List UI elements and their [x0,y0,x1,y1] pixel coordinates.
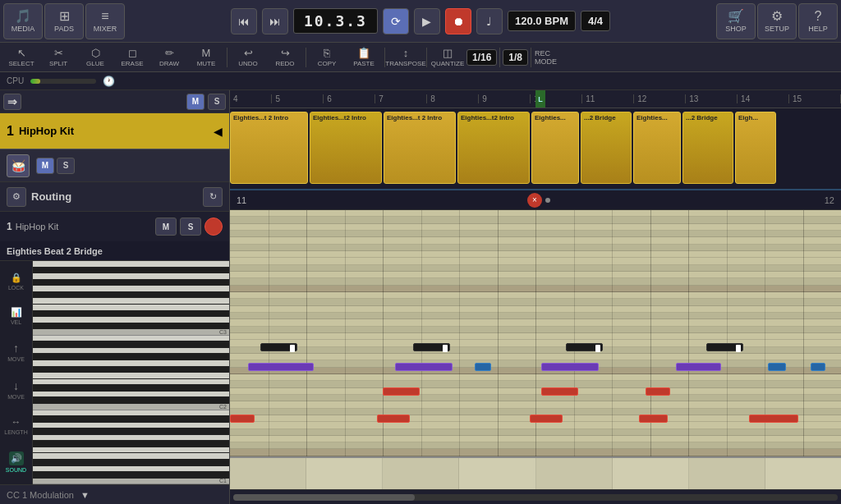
pattern-block-1[interactable]: Eighties...t 2 Intro [230,112,308,184]
piano-key-b2[interactable] [33,336,229,342]
transpose-button[interactable]: ↕ TRANSPOSE [388,45,424,70]
piano-key-e3[interactable] [33,305,229,311]
piano-key-e2[interactable] [33,379,229,386]
quantize2-value[interactable]: 1/8 [503,49,528,66]
pattern-block-9[interactable]: Eigh... [735,112,776,184]
mod-dropdown[interactable]: ▼ [80,490,90,500]
piano-key-f3[interactable] [33,298,229,305]
piano-key-d2[interactable] [33,392,229,398]
piano-key-c1[interactable]: C1 [33,479,229,484]
time-sig-display[interactable]: 4/4 [581,11,610,31]
pattern-block-4[interactable]: Eighties...t2 Intro [457,112,530,184]
piano-key-g3[interactable] [33,286,229,292]
note-black-1[interactable] [260,343,297,351]
track-collapse-button[interactable]: ◀ [214,125,223,138]
midi-m-button[interactable]: M [186,94,205,110]
note-red-1[interactable] [383,387,420,396]
piano-key-fs1[interactable] [33,441,229,447]
piano-key-a3[interactable] [33,273,229,280]
piano-key-g2[interactable] [33,360,229,367]
length-control[interactable]: ↔ LENGTH [4,416,27,435]
piano-key-cs2[interactable] [33,397,229,404]
piano-key-ds3[interactable] [33,311,229,318]
piano-key-c2[interactable]: C2 [33,404,229,410]
record-button[interactable]: ⏺ [445,8,471,34]
pattern-m-button[interactable]: M [155,218,177,236]
erase-button[interactable]: ◻ ERASE [114,45,150,70]
pattern-block-6[interactable]: ...2 Bridge [581,112,632,184]
piano-key-as3[interactable] [33,268,229,274]
pattern-block-3[interactable]: Eighties...t 2 Intro [384,112,456,184]
scrollbar-track[interactable] [233,494,838,501]
close-pattern-editor-button[interactable]: × [527,193,542,208]
sound-control[interactable]: 🔊 SOUND [6,451,26,473]
mixer-button[interactable]: ≡ MIXER [85,3,125,39]
piano-key-gs3[interactable] [33,280,229,286]
piano-key-fs2[interactable] [33,367,229,373]
piano-key-f2[interactable] [33,373,229,379]
note-blue-2[interactable] [768,363,786,371]
select-button[interactable]: ↖ SELECT [3,45,39,70]
piano-key-ds1[interactable] [33,460,229,466]
pattern-block-5[interactable]: Eighties... [531,112,579,184]
note-red-2[interactable] [541,387,578,396]
note-black-2[interactable] [413,343,450,351]
bpm-display[interactable]: 120.0 BPM [508,11,576,31]
inst-m-button[interactable]: M [36,158,54,174]
piano-key-gs2[interactable] [33,354,229,360]
help-button[interactable]: ? HELP [798,3,838,39]
pattern-block-7[interactable]: Eighties... [633,112,681,184]
note-purple-3[interactable] [541,363,599,371]
piano-key-d3[interactable] [33,317,229,323]
piano-key-cs1[interactable] [33,472,229,479]
shop-button[interactable]: 🛒 SHOP [716,3,756,39]
pattern-s-button[interactable]: S [180,218,201,236]
piano-key-b3[interactable] [33,261,229,268]
rec-mode-button[interactable]: REC MODE [534,45,570,70]
copy-button[interactable]: ⎘ COPY [309,45,345,70]
move-up-control[interactable]: ↑ MOVE [7,341,25,362]
loop-button[interactable]: ⟳ [383,8,409,34]
pattern-block-8[interactable]: ...2 Bridge [682,112,733,184]
inst-s-button[interactable]: S [57,158,75,174]
undo-button[interactable]: ↩ UNDO [230,45,266,70]
glue-button[interactable]: ⬡ GLUE [77,45,113,70]
draw-button[interactable]: ✏ DRAW [151,45,187,70]
note-c1-red-2[interactable] [377,415,410,423]
note-c1-red-3[interactable] [530,415,563,423]
lock-control[interactable]: 🔒 LOCK [8,273,24,291]
pattern-rec-button[interactable] [205,218,223,236]
input-routing-button[interactable]: ⇒ [3,94,21,110]
track-lane[interactable]: Eighties...t 2 Intro Eighties...t2 Intro… [230,108,841,190]
paste-button[interactable]: 📋 PASTE [346,45,382,70]
note-c1-red-5[interactable] [749,415,798,423]
media-button[interactable]: 🎵 MEDIA [3,3,43,39]
note-blue-1[interactable] [475,363,491,371]
piano-key-e1[interactable] [33,453,229,460]
piano-key-d1[interactable] [33,466,229,473]
piano-key-as1[interactable] [33,416,229,423]
move-down-control[interactable]: ↓ MOVE [7,379,25,400]
scrollbar-thumb[interactable] [233,494,415,501]
note-purple-1[interactable] [248,363,314,371]
note-c1-red-4[interactable] [639,415,668,423]
note-purple-4[interactable] [676,363,721,371]
rewind-button[interactable]: ⏮ [231,8,257,34]
setup-button[interactable]: ⚙ SETUP [757,3,797,39]
note-purple-2[interactable] [395,363,453,371]
piano-key-gs1[interactable] [33,428,229,435]
piano-key-fs3[interactable] [33,292,229,299]
redo-button[interactable]: ↪ REDO [267,45,303,70]
piano-key-c3[interactable]: C3 [33,329,229,336]
piano-key-cs3[interactable] [33,323,229,330]
quantize-button[interactable]: ◫ QUANTIZE [430,45,466,70]
forward-button[interactable]: ⏭ [262,8,288,34]
routing-expand-icon[interactable]: ↻ [203,187,223,207]
piano-key-f1[interactable] [33,447,229,454]
piano-key-b1[interactable] [33,410,229,417]
note-blue-3[interactable] [811,363,825,371]
drum-icon[interactable]: 🥁 [7,154,30,177]
pattern-block-2[interactable]: Eighties...t2 Intro [310,112,382,184]
note-c1-red-1[interactable] [230,415,255,423]
quantize-value[interactable]: 1/16 [466,49,497,66]
